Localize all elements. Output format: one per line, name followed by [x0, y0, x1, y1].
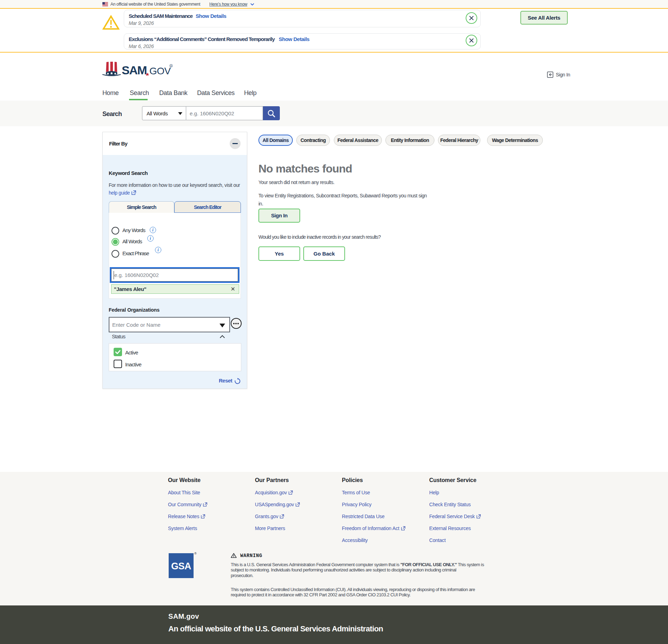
- svg-text:SAM: SAM: [122, 63, 147, 76]
- svg-text:R: R: [170, 65, 172, 67]
- svg-text:GOV: GOV: [149, 66, 171, 76]
